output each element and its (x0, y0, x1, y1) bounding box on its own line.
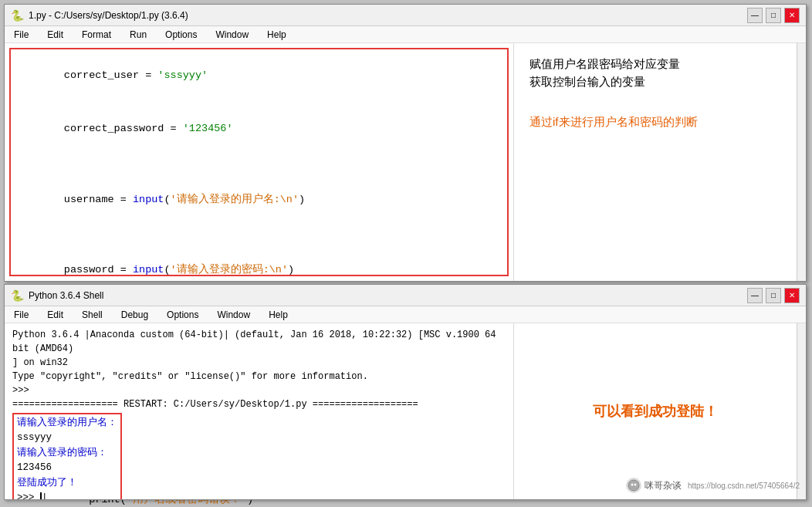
code-line-3 (14, 156, 504, 174)
editor-minimize-button[interactable]: — (747, 8, 763, 23)
editor-menu-format[interactable]: Format (79, 29, 114, 40)
shell-menu-edit[interactable]: Edit (44, 309, 66, 320)
shell-menu-debug[interactable]: Debug (118, 309, 151, 320)
shell-comment: 可以看到成功登陆！ (593, 402, 718, 421)
logo-text: 咪哥杂谈 (645, 479, 682, 492)
shell-title: Python 3.6.4 Shell (29, 290, 103, 301)
shell-input-password: 123456 (17, 461, 117, 475)
shell-menu-window[interactable]: Window (214, 309, 253, 320)
editor-menu-edit[interactable]: Edit (44, 29, 66, 40)
shell-title-bar: 🐍 Python 3.6.4 Shell — □ ✕ (5, 285, 806, 306)
logo-svg (628, 479, 640, 492)
shell-maximize-button[interactable]: □ (766, 288, 781, 303)
editor-menu-run[interactable]: Run (127, 29, 150, 40)
shell-menu-bar: File Edit Shell Debug Options Window Hel… (5, 306, 806, 323)
editor-close-button[interactable]: ✕ (784, 8, 800, 23)
code-editor[interactable]: correct_user = 'sssyyy' correct_password… (5, 43, 514, 281)
editor-comment-block-2: 通过if来进行用户名和密码的判断 (529, 113, 781, 131)
shell-prompt-username: 请输入登录的用户名： (17, 416, 117, 431)
editor-title: 1.py - C:/Users/sy/Desktop/1.py (3.6.4) (29, 10, 188, 21)
shell-scrollbar[interactable] (797, 323, 806, 499)
editor-maximize-button[interactable]: □ (766, 8, 781, 23)
shell-icon: 🐍 (11, 289, 24, 302)
svg-point-0 (628, 480, 639, 491)
code-line-1: correct_user = 'sssyyy' (14, 49, 504, 103)
editor-comment-1-sub: 获取控制台输入的变量 (529, 73, 781, 91)
editor-menu-window[interactable]: Window (212, 29, 252, 40)
shell-comment-area: 可以看到成功登陆！ (514, 323, 797, 499)
shell-output[interactable]: Python 3.6.4 |Anaconda custom (64-bit)| … (5, 323, 514, 499)
shell-line-python-version: Python 3.6.4 |Anaconda custom (64-bit)| … (12, 328, 506, 356)
editor-scrollbar[interactable] (797, 43, 806, 281)
editor-comment-area: 赋值用户名跟密码给对应变量 获取控制台输入的变量 通过if来进行用户名和密码的判… (514, 43, 797, 281)
code-line-4: username = input('请输入登录的用户名:\n') (14, 174, 504, 227)
shell-line-type: Type "copyright", "credits" or "license(… (12, 370, 506, 384)
editor-icon: 🐍 (11, 9, 24, 22)
editor-title-bar: 🐍 1.py - C:/Users/sy/Desktop/1.py (3.6.4… (5, 5, 806, 26)
shell-final-prompt: >>> | (17, 491, 117, 499)
shell-line-prompt1: >>> (12, 384, 506, 397)
shell-output-container: Python 3.6.4 |Anaconda custom (64-bit)| … (5, 323, 514, 499)
editor-window: 🐍 1.py - C:/Users/sy/Desktop/1.py (3.6.4… (4, 4, 807, 282)
logo-url: https://blog.csdn.net/57405664/2 (688, 482, 800, 490)
shell-input-username: sssyyy (17, 431, 117, 445)
editor-comment-1-title: 赋值用户名跟密码给对应变量 (529, 56, 781, 73)
svg-point-1 (631, 484, 633, 486)
editor-content-area: correct_user = 'sssyyy' correct_password… (5, 43, 806, 281)
editor-menu-options[interactable]: Options (162, 29, 200, 40)
shell-menu-options[interactable]: Options (164, 309, 201, 320)
logo-icon (626, 478, 641, 493)
editor-comment-block-1: 赋值用户名跟密码给对应变量 获取控制台输入的变量 (529, 56, 781, 90)
shell-menu-file[interactable]: File (11, 309, 32, 320)
shell-menu-help[interactable]: Help (266, 309, 291, 320)
logo-area: 咪哥杂谈 https://blog.csdn.net/57405664/2 (626, 478, 800, 493)
shell-prompt-password: 请输入登录的密码： (17, 446, 117, 461)
shell-content-area: Python 3.6.4 |Anaconda custom (64-bit)| … (5, 323, 806, 499)
shell-output-success: 登陆成功了！ (17, 476, 117, 491)
shell-input-output-box: 请输入登录的用户名： sssyyy 请输入登录的密码： 123456 登陆成功了… (12, 413, 122, 499)
editor-menu-help[interactable]: Help (264, 29, 289, 40)
shell-line-restart: =================== RESTART: C:/Users/sy… (12, 397, 506, 411)
code-line-5 (14, 226, 504, 244)
code-line-2: correct_password = '123456' (14, 103, 504, 156)
editor-window-controls: — □ ✕ (747, 8, 800, 23)
editor-comment-2: 通过if来进行用户名和密码的判断 (529, 113, 781, 131)
shell-window-controls: — □ ✕ (747, 288, 800, 303)
svg-point-2 (634, 484, 636, 486)
shell-minimize-button[interactable]: — (747, 288, 763, 303)
shell-window: 🐍 Python 3.6.4 Shell — □ ✕ File Edit She… (4, 284, 807, 500)
editor-title-left: 🐍 1.py - C:/Users/sy/Desktop/1.py (3.6.4… (11, 9, 188, 22)
editor-menu-bar: File Edit Format Run Options Window Help (5, 26, 806, 43)
shell-close-button[interactable]: ✕ (784, 288, 800, 303)
shell-menu-shell[interactable]: Shell (79, 309, 106, 320)
editor-menu-file[interactable]: File (11, 29, 32, 40)
shell-line-win32: ] on win32 (12, 356, 506, 370)
shell-title-left: 🐍 Python 3.6.4 Shell (11, 289, 103, 302)
